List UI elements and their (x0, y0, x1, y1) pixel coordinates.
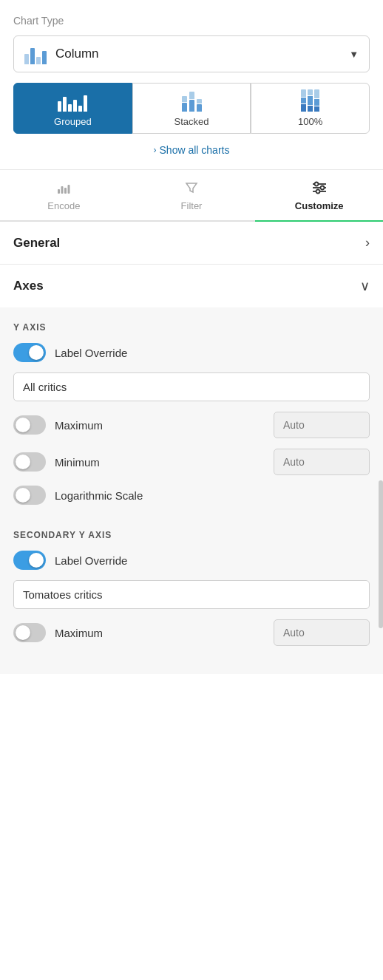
filter-icon (184, 180, 199, 197)
scrollbar[interactable] (379, 480, 383, 628)
general-title: General (13, 236, 60, 251)
toggle-thumb-log (16, 488, 30, 503)
subtype-stacked[interactable]: Stacked (132, 83, 251, 134)
subtype-stacked-label: Stacked (174, 116, 209, 127)
y-axis-minimum-toggle[interactable] (13, 452, 46, 472)
subtype-100pct-label: 100% (298, 116, 322, 127)
y-axis-maximum-row: Maximum (13, 412, 370, 438)
y-axis-label-override-row: Label Override (13, 343, 370, 362)
y-axis-label-input[interactable] (13, 372, 370, 401)
toggle-track-sec-max (13, 623, 46, 642)
chart-type-dropdown[interactable]: Column ▼ (13, 35, 370, 72)
100pct-icon (301, 91, 319, 112)
secondary-maximum-toggle[interactable] (13, 623, 46, 642)
y-axis-maximum-toggle[interactable] (13, 415, 46, 435)
toggle-thumb (29, 345, 44, 360)
subtype-grouped[interactable]: Grouped (13, 83, 132, 134)
general-accordion[interactable]: General › (0, 222, 383, 265)
axes-accordion[interactable]: Axes ∨ (0, 265, 383, 307)
svg-rect-0 (58, 189, 60, 194)
y-axis-label-override-label: Label Override (55, 347, 127, 359)
chart-type-label: Chart Type (13, 15, 370, 27)
dropdown-left: Column (24, 44, 99, 64)
toggle-track-max (13, 415, 46, 435)
axes-arrow-icon: ∨ (360, 278, 370, 294)
encode-icon (56, 180, 71, 197)
toggle-track-sec (13, 551, 46, 570)
tab-customize[interactable]: Customize (255, 170, 383, 220)
chart-subtypes: Grouped (13, 83, 370, 134)
show-all-charts[interactable]: › Show all charts (13, 144, 370, 156)
y-axis-minimum-input[interactable] (274, 449, 370, 475)
svg-point-7 (320, 186, 324, 190)
y-axis-logarithmic-toggle[interactable] (13, 486, 46, 505)
secondary-maximum-input[interactable] (274, 619, 370, 646)
tab-encode[interactable]: Encode (0, 170, 128, 220)
secondary-maximum-label: Maximum (55, 627, 265, 639)
toggle-thumb-sec (29, 553, 44, 568)
dropdown-arrow-icon: ▼ (349, 49, 359, 60)
chart-type-section: Chart Type Column ▼ (0, 0, 383, 170)
tab-filter[interactable]: Filter (128, 170, 256, 220)
axes-content: Y AXIS Label Override Maxi (0, 307, 383, 674)
y-axis-logarithmic-label: Logarithmic Scale (55, 489, 143, 502)
customize-icon (311, 180, 328, 197)
tab-encode-label: Encode (47, 200, 80, 211)
grouped-icon (58, 91, 87, 112)
selected-chart-type: Column (55, 47, 99, 61)
stacked-icon (182, 91, 202, 112)
svg-point-9 (316, 190, 319, 194)
secondary-label-override-toggle[interactable] (13, 551, 46, 570)
secondary-label-override-row: Label Override (13, 551, 370, 570)
toggle-track (13, 343, 46, 362)
toggle-track-min (13, 452, 46, 472)
svg-rect-1 (61, 186, 64, 194)
y-axis-group-title: Y AXIS (13, 307, 370, 343)
toggle-thumb-min (16, 455, 30, 469)
secondary-maximum-row: Maximum (13, 619, 370, 646)
toggle-thumb-sec-max (16, 625, 30, 640)
show-all-label: Show all charts (160, 144, 230, 156)
show-all-chevron: › (154, 145, 157, 155)
tab-customize-label: Customize (295, 200, 344, 211)
svg-point-5 (314, 183, 318, 186)
general-arrow-icon: › (365, 235, 370, 251)
secondary-y-axis-group-title: SECONDARY Y AXIS (13, 515, 370, 551)
secondary-label-override-label: Label Override (55, 554, 127, 567)
y-axis-minimum-label: Minimum (55, 456, 265, 469)
y-axis-minimum-row: Minimum (13, 449, 370, 475)
y-axis-logarithmic-row: Logarithmic Scale (13, 486, 370, 505)
toggle-track-log (13, 486, 46, 505)
tab-filter-label: Filter (181, 200, 203, 211)
axes-title: Axes (13, 279, 44, 293)
svg-rect-3 (68, 185, 70, 194)
toggle-thumb-max (16, 418, 30, 432)
y-axis-maximum-label: Maximum (55, 419, 265, 432)
y-axis-maximum-input[interactable] (274, 412, 370, 438)
svg-rect-2 (64, 188, 67, 194)
y-axis-label-override-toggle[interactable] (13, 343, 46, 362)
column-chart-icon (24, 44, 47, 64)
subtype-100pct[interactable]: 100% (251, 83, 370, 134)
tabs-bar: Encode Filter (0, 170, 383, 222)
subtype-grouped-label: Grouped (54, 116, 92, 127)
secondary-label-input[interactable] (13, 580, 370, 609)
